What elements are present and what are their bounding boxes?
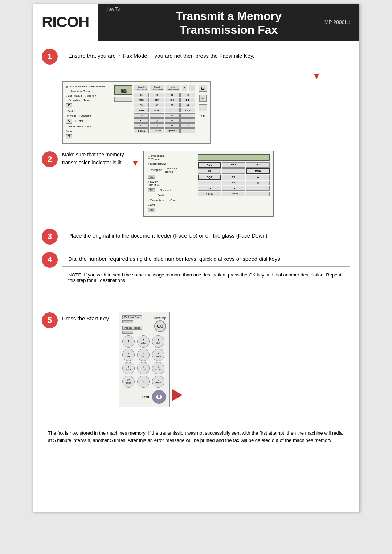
p2-key-yz: YZ — [222, 181, 245, 185]
fax-key-02: 02 — [150, 93, 164, 97]
start-label: Start — [142, 395, 149, 399]
kp-key-1[interactable]: 1 — [122, 335, 135, 348]
keypad-left-labels: On Hook Dial Pause/ Redial — [122, 315, 142, 334]
fax-key-06: 06 — [150, 103, 164, 107]
pause-switch — [122, 331, 133, 334]
step-5-circle: 5 — [42, 312, 58, 328]
step-1-box: Ensure that you are in Fax Mode, if you … — [62, 48, 350, 63]
fax-dot-commu — [66, 86, 68, 88]
how-to-label: How To — [105, 7, 120, 12]
step-4-note: NOTE: If you wish to send the same messa… — [62, 268, 350, 287]
header-title-box: How To Transmit a Memory Transmission Fa… — [98, 4, 359, 41]
header: RICOH How To Transmit a Memory Transmiss… — [33, 4, 359, 41]
fax-icon-3: ⬜ — [199, 104, 207, 111]
fax-key-12: 12 — [180, 113, 195, 118]
fax-key-yz: YZ — [134, 118, 149, 123]
start-button[interactable]: ⏻ — [152, 390, 166, 404]
fax-key-03: 03 — [165, 93, 180, 97]
on-hook-dial-label: On Hook Dial — [122, 315, 142, 319]
step-2-circle: 2 — [42, 151, 58, 167]
p2-key-mno: MNO — [246, 168, 270, 174]
fax-key-01: 01 — [134, 93, 149, 97]
kp-key-hash[interactable]: # WAIT — [152, 376, 164, 388]
search-dest-btn: SearchDestination — [134, 85, 148, 91]
step-2-arrow: ▼ — [131, 158, 140, 169]
step-4-content: Dial the number required using the blue … — [62, 251, 350, 287]
ricoh-logo: RICOH — [42, 13, 89, 31]
fax-panel-1: ▼ Commu nication ○ Receive File ○ Immedi… — [62, 71, 350, 144]
fax-key-space: ⎵ Space — [150, 128, 164, 133]
panel2-keys: ABC DEF 05 06 MNO PQR 09 10 — [198, 162, 270, 196]
fax-key-stu: STU — [165, 108, 180, 112]
p2-f1-btn: F1 — [148, 175, 155, 179]
p2-key-13: 13 — [198, 186, 221, 191]
fax-key-09: 09 — [134, 113, 149, 118]
kp-key-3[interactable]: 3 DEF — [152, 335, 164, 348]
arrow-down-1: ▼ — [312, 70, 321, 81]
fax-back-btn: ⬅ — [182, 85, 187, 91]
step-1-content: Ensure that you are in Fax Mode, if you … — [62, 48, 350, 63]
model-label: MP 2000Le — [324, 19, 350, 25]
kp-key-9[interactable]: 9 WXYZ — [152, 362, 164, 374]
fax-key-empty — [180, 118, 195, 123]
main-title: Transmit a Memory Transmission Fax — [105, 9, 352, 37]
fax-key-mno: MNO — [134, 108, 149, 112]
step-2-text: Make sure that the memory transmission i… — [62, 151, 127, 167]
keypad-grid: 1 2 ABC 3 DEF — [122, 335, 166, 388]
step-5-row: 5 Press the Start Key On Hook Dial — [42, 312, 350, 407]
fax-forward-btn: ⬜ — [189, 85, 195, 91]
kp-key-5[interactable]: 5 JKL — [137, 349, 150, 361]
fax-key-dash: !-& — [165, 118, 180, 123]
step-4-box: Dial the number required using the blue … — [62, 251, 350, 267]
step-5-inner: Press the Start Key On Hook Dial Pause/ … — [62, 312, 350, 407]
co-button[interactable]: C/O — [154, 320, 166, 332]
step-5-text: Press the Start Key — [62, 312, 113, 322]
p2-key-1x — [198, 181, 221, 185]
step-1-circle: 1 — [42, 49, 58, 65]
job-info-btn: JobInformation — [166, 85, 180, 91]
fax-key-def: DEF — [150, 98, 164, 102]
fax-key-13: 13 — [134, 123, 149, 128]
fax-middle-panel: 📠 — [114, 85, 132, 140]
fax-left-panel: Commu nication ○ Receive File ○ Immediat… — [66, 85, 113, 140]
fax-key-15: 15 — [165, 123, 180, 128]
fax-key-abc: ABC — [134, 98, 149, 102]
f2-btn: F2 — [66, 119, 72, 124]
content: 1 Ensure that you are in Fax Mode, if yo… — [33, 41, 359, 457]
keypad-panel: On Hook Dial Pause/ Redial Clear/Stop C/… — [119, 312, 170, 407]
step-1-row: 1 Ensure that you are in Fax Mode, if yo… — [42, 48, 350, 65]
fax-alpha-keys: 01 02 03 04 ABC DEF GHI JKL 05 06 07 08 — [134, 93, 195, 133]
fax-right-keys: SearchDestination CheckDestination JobIn… — [134, 85, 195, 140]
step-5-content: Press the Start Key On Hook Dial Pause/ … — [62, 312, 350, 407]
fax-key-vwx: VWX — [180, 108, 195, 112]
panel2-right: ABC DEF 05 06 MNO PQR 09 10 — [198, 154, 270, 213]
clear-stop-label: Clear/Stop — [154, 317, 166, 319]
kp-key-2[interactable]: 2 ABC — [137, 335, 150, 348]
p2-key-empty2 — [246, 186, 270, 191]
p2-key-05: 05 — [246, 162, 270, 168]
fax-key-sym: Symbols — [165, 128, 180, 133]
start-row: Start ⏻ — [122, 390, 166, 404]
p2-key-pqr: PQR — [198, 175, 221, 180]
fax-display — [114, 97, 132, 102]
f1-btn: F1 — [66, 103, 72, 108]
fax-key-jkl: JKL — [180, 98, 195, 102]
start-arrow-shape — [172, 389, 183, 401]
kp-key-8[interactable]: 8 TUV — [137, 362, 150, 374]
fax-key-05: 05 — [134, 103, 149, 107]
kp-key-6[interactable]: 6 MNO — [152, 349, 164, 361]
fax-key-at: @ — [150, 118, 164, 123]
pause-redial-label: Pause/ Redial — [122, 326, 142, 330]
fax-panel-2: ImmediateTrance. ○ Start Manual Receptio… — [143, 151, 274, 217]
kp-key-star[interactable]: */# OPER — [122, 376, 135, 388]
p2-f8-btn: F8 — [148, 208, 155, 212]
panel2-screen — [198, 154, 270, 161]
keypad-right-labels: Clear/Stop C/O — [154, 317, 166, 332]
p2-key-abc: ABC — [198, 162, 221, 168]
step-2-row: 2 Make sure that the memory transmission… — [42, 151, 350, 217]
step-2-content: Make sure that the memory transmission i… — [62, 151, 350, 217]
kp-key-0[interactable]: 0 — [137, 376, 150, 388]
step-3-content: Place the original into the document fee… — [62, 228, 350, 243]
kp-key-7[interactable]: 7 PQRS — [122, 362, 135, 374]
kp-key-4[interactable]: 4 GHI — [122, 349, 135, 361]
